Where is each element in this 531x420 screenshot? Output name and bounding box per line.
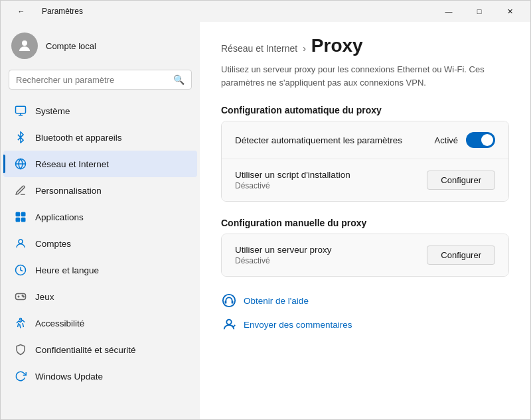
script-title: Utiliser un script d'installation	[235, 170, 350, 180]
svg-point-19	[226, 320, 231, 324]
proxy-status: Désactivé	[235, 256, 332, 265]
sidebar-label-comptes: Comptes	[35, 239, 71, 249]
heure-icon	[14, 263, 27, 277]
detect-toggle[interactable]	[466, 132, 495, 148]
page-title: Proxy	[311, 35, 363, 56]
sidebar-label-accessibilite: Accessibilité	[35, 318, 84, 328]
back-button[interactable]: ←	[6, 1, 37, 22]
account-name: Compte local	[46, 41, 96, 51]
back-icon: ←	[18, 7, 25, 15]
sidebar: Compte local 🔍 Système Bluetooth et appa…	[1, 22, 200, 420]
sidebar-item-systeme[interactable]: Système	[3, 98, 197, 124]
svg-point-0	[22, 40, 27, 46]
sidebar-label-confidentialite: Confidentialité et sécurité	[35, 345, 136, 355]
applications-icon	[14, 210, 27, 224]
manual-section-title: Configuration manuelle du proxy	[221, 218, 509, 228]
comptes-icon	[14, 237, 27, 250]
detect-status: Activé	[435, 135, 458, 145]
sidebar-item-accessibilite[interactable]: Accessibilité	[3, 310, 197, 336]
minimize-button[interactable]: —	[433, 1, 464, 22]
sidebar-label-jeux: Jeux	[35, 292, 54, 302]
toggle-thumb	[481, 134, 493, 146]
svg-rect-7	[22, 218, 25, 222]
breadcrumb-parent: Réseau et Internet	[221, 43, 297, 54]
detect-row: Détecter automatiquement les paramètres …	[222, 121, 508, 159]
personnalisation-icon	[14, 184, 27, 197]
svg-rect-18	[232, 301, 234, 304]
feedback-link[interactable]: Envoyer des commentaires	[221, 316, 509, 332]
svg-point-16	[223, 295, 235, 307]
svg-rect-5	[22, 212, 25, 216]
script-configure-button[interactable]: Configurer	[427, 171, 495, 190]
page-header: Réseau et Internet › Proxy	[221, 35, 509, 56]
content-area: Réseau et Internet › Proxy Utilisez un s…	[200, 22, 530, 420]
auto-section-title: Configuration automatique du proxy	[221, 105, 509, 115]
sidebar-label-heure: Heure et langue	[35, 265, 99, 275]
titlebar-left: ← Paramètres	[6, 1, 83, 22]
sidebar-item-applications[interactable]: Applications	[3, 204, 197, 230]
script-status: Désactivé	[235, 181, 350, 190]
feedback-icon	[221, 316, 237, 332]
sidebar-item-jeux[interactable]: Jeux	[3, 283, 197, 310]
systeme-icon	[14, 104, 27, 117]
windows-update-icon	[14, 370, 27, 383]
svg-rect-17	[225, 301, 227, 304]
svg-rect-6	[16, 218, 19, 222]
close-button[interactable]: ✕	[494, 1, 525, 22]
manual-proxy-card: Utiliser un serveur proxy Désactivé Conf…	[221, 234, 509, 277]
confidentialite-icon	[14, 343, 27, 356]
maximize-button[interactable]: □	[464, 1, 494, 22]
sidebar-item-reseau[interactable]: Réseau et Internet	[3, 151, 197, 177]
svg-point-15	[20, 318, 22, 320]
page-subtitle: Utilisez un serveur proxy pour les conne…	[221, 63, 509, 89]
headset-icon	[221, 293, 237, 309]
help-links: Obtenir de l'aide Envoyer des commentair…	[221, 293, 509, 332]
search-box[interactable]: 🔍	[9, 70, 192, 90]
svg-rect-4	[16, 212, 19, 216]
accessibilite-icon	[14, 316, 27, 330]
bluetooth-icon	[14, 131, 27, 144]
script-row: Utiliser un script d'installation Désact…	[222, 159, 508, 201]
sidebar-item-personnalisation[interactable]: Personnalisation	[3, 177, 197, 204]
svg-point-14	[23, 296, 25, 297]
proxy-row: Utiliser un serveur proxy Désactivé Conf…	[222, 234, 508, 276]
auto-proxy-card: Détecter automatiquement les paramètres …	[221, 121, 509, 202]
get-help-link[interactable]: Obtenir de l'aide	[221, 293, 509, 309]
sidebar-item-bluetooth[interactable]: Bluetooth et appareils	[3, 124, 197, 151]
titlebar-controls: — □ ✕	[433, 1, 525, 22]
sidebar-item-windows-update[interactable]: Windows Update	[3, 363, 197, 389]
titlebar: ← Paramètres — □ ✕	[1, 1, 530, 22]
sidebar-item-comptes[interactable]: Comptes	[3, 230, 197, 257]
avatar	[11, 33, 38, 59]
sidebar-label-reseau: Réseau et Internet	[35, 159, 109, 169]
app-body: Compte local 🔍 Système Bluetooth et appa…	[1, 22, 530, 420]
sidebar-label-personnalisation: Personnalisation	[35, 186, 102, 196]
sidebar-label-bluetooth: Bluetooth et appareils	[35, 133, 122, 143]
sidebar-item-heure[interactable]: Heure et langue	[3, 257, 197, 283]
svg-rect-1	[16, 106, 26, 113]
reseau-icon	[14, 157, 27, 171]
get-help-label: Obtenir de l'aide	[244, 296, 309, 306]
proxy-title: Utiliser un serveur proxy	[235, 245, 332, 255]
jeux-icon	[14, 290, 27, 303]
sidebar-label-windows-update: Windows Update	[35, 372, 103, 382]
search-input[interactable]	[16, 75, 169, 85]
nav-list: Système Bluetooth et appareils Réseau et…	[1, 98, 200, 389]
account-section: Compte local	[1, 27, 200, 70]
breadcrumb-sep: ›	[303, 43, 306, 54]
feedback-label: Envoyer des commentaires	[244, 320, 352, 330]
sidebar-label-applications: Applications	[35, 212, 84, 222]
sidebar-label-systeme: Système	[35, 106, 70, 116]
svg-point-8	[19, 240, 23, 244]
search-icon: 🔍	[173, 74, 185, 85]
detect-title: Détecter automatiquement les paramètres	[235, 135, 402, 145]
proxy-configure-button[interactable]: Configurer	[427, 245, 495, 265]
titlebar-title: Paramètres	[42, 7, 83, 16]
sidebar-item-confidentialite[interactable]: Confidentialité et sécurité	[3, 336, 197, 363]
